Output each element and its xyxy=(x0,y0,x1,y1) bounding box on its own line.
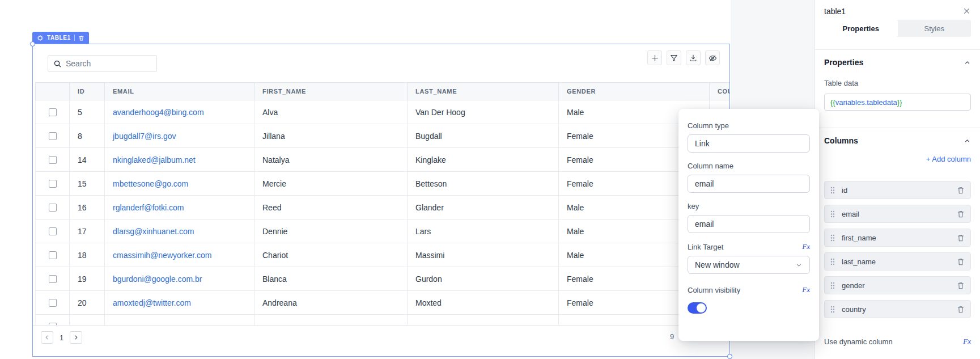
header-id[interactable]: ID xyxy=(70,83,105,100)
cell-email-link[interactable]: jbugdall7@irs.gov xyxy=(113,132,176,141)
columns-section-header[interactable]: Columns xyxy=(824,136,971,145)
key-input[interactable]: email xyxy=(688,215,810,233)
row-checkbox[interactable] xyxy=(49,275,57,283)
chevron-up-icon[interactable] xyxy=(964,59,971,66)
table-data-label: Table data xyxy=(824,79,971,87)
row-checkbox[interactable] xyxy=(49,251,57,259)
trash-icon[interactable] xyxy=(957,257,965,266)
table-row[interactable]: 19 bgurdoni@google.com.br Blanca Gurdon … xyxy=(35,267,729,291)
table-search-box[interactable] xyxy=(48,55,157,72)
trash-icon[interactable] xyxy=(957,186,965,195)
table-widget[interactable]: TABLE1 xyxy=(32,44,730,357)
header-gender[interactable]: GENDER xyxy=(559,83,710,100)
fx-toggle-link-target[interactable]: Fx xyxy=(802,242,810,251)
cell-first-name: Natalya xyxy=(254,148,408,171)
trash-icon[interactable] xyxy=(957,281,965,290)
column-type-input[interactable]: Link xyxy=(688,134,810,153)
table-body: 5 avanderhoog4@bing.com Alva Van Der Hoo… xyxy=(35,100,729,315)
tab-properties[interactable]: Properties xyxy=(824,20,898,37)
drag-handle-icon[interactable] xyxy=(830,258,835,265)
properties-section-header[interactable]: Properties xyxy=(824,58,971,67)
link-target-value: New window xyxy=(695,260,740,269)
table-footer: 1 9 xyxy=(33,325,729,356)
header-last-name[interactable]: LAST_NAME xyxy=(408,83,559,100)
header-email[interactable]: EMAIL xyxy=(105,83,254,100)
close-icon[interactable] xyxy=(962,7,971,15)
sidebar-column-label: id xyxy=(842,186,957,195)
column-visibility-toggle[interactable] xyxy=(688,302,707,314)
header-country[interactable]: COUNTRY xyxy=(710,83,729,100)
search-input[interactable] xyxy=(66,59,151,68)
delete-widget-icon[interactable] xyxy=(78,35,84,41)
resize-handle-top-left[interactable] xyxy=(30,41,35,47)
fx-toggle-column-visibility[interactable]: Fx xyxy=(802,285,810,294)
cell-last-name: Bugdall xyxy=(408,124,559,147)
sidebar-column-item[interactable]: email xyxy=(824,205,971,223)
gear-icon[interactable] xyxy=(37,35,44,41)
row-checkbox[interactable] xyxy=(49,156,57,164)
table-row[interactable]: 15 mbettesone@go.com Mercie Betteson Fem… xyxy=(35,172,729,196)
table-row[interactable]: 16 rglanderf@fotki.com Reed Glander Male xyxy=(35,196,729,219)
resize-handle-bottom-right[interactable] xyxy=(727,354,732,359)
cell-last-name: Gurdon xyxy=(408,267,559,290)
link-target-select[interactable]: New window xyxy=(688,256,810,274)
sidebar-column-item[interactable]: country xyxy=(824,300,971,318)
table-row[interactable]: 14 nkinglaked@jalbum.net Natalya Kinglak… xyxy=(35,148,729,172)
add-row-button[interactable] xyxy=(647,50,662,65)
table-row[interactable]: 8 jbugdall7@irs.gov Jillana Bugdall Fema… xyxy=(35,124,729,148)
fx-toggle-dynamic-column[interactable]: Fx xyxy=(963,337,971,346)
add-column-button[interactable]: + Add column xyxy=(926,155,971,163)
table-toolbar-row xyxy=(33,44,729,82)
cell-email-link[interactable]: dlarsg@xinhuanet.com xyxy=(113,227,194,236)
row-checkbox[interactable] xyxy=(49,227,57,235)
cell-email-link[interactable]: mbettesone@go.com xyxy=(113,179,188,188)
table-row[interactable]: 18 cmassimih@newyorker.com Chariot Massi… xyxy=(35,243,729,267)
columns-section-title: Columns xyxy=(824,136,858,145)
header-first-name[interactable]: FIRST_NAME xyxy=(254,83,408,100)
sidebar-column-item[interactable]: gender xyxy=(824,276,971,294)
cell-email-link[interactable]: nkinglaked@jalbum.net xyxy=(113,155,196,164)
header-checkbox-cell[interactable] xyxy=(36,83,70,100)
tab-styles[interactable]: Styles xyxy=(898,20,971,37)
cell-email-link[interactable]: amoxtedj@twitter.com xyxy=(113,298,191,307)
trash-icon[interactable] xyxy=(957,305,965,314)
sidebar-column-item[interactable]: last_name xyxy=(824,252,971,271)
row-checkbox[interactable] xyxy=(49,132,57,140)
cell-email-link[interactable]: avanderhoog4@bing.com xyxy=(113,108,204,117)
drag-handle-icon[interactable] xyxy=(830,210,835,218)
row-checkbox[interactable] xyxy=(49,180,57,188)
table-row[interactable]: 5 avanderhoog4@bing.com Alva Van Der Hoo… xyxy=(35,100,729,124)
trash-icon[interactable] xyxy=(957,234,965,242)
drag-handle-icon[interactable] xyxy=(830,306,835,313)
row-checkbox[interactable] xyxy=(49,299,57,307)
chevron-up-icon[interactable] xyxy=(964,137,971,145)
cell-id: 19 xyxy=(70,267,105,290)
drag-handle-icon[interactable] xyxy=(830,234,835,242)
drag-handle-icon[interactable] xyxy=(830,187,835,194)
cell-email-link[interactable]: rglanderf@fotki.com xyxy=(113,203,184,212)
table-row[interactable]: 20 amoxtedj@twitter.com Andreana Moxted … xyxy=(35,291,729,315)
cell-first-name: Jillana xyxy=(254,124,408,147)
pagination-next-button[interactable] xyxy=(70,331,82,344)
table-row[interactable]: 17 dlarsg@xinhuanet.com Dennie Lars Male xyxy=(35,219,729,243)
row-checkbox[interactable] xyxy=(49,108,57,116)
trash-icon[interactable] xyxy=(957,210,965,218)
pagination-prev-button[interactable] xyxy=(41,331,53,344)
row-checkbox[interactable] xyxy=(49,204,57,212)
column-name-input[interactable]: email xyxy=(688,175,810,193)
sidebar-column-label: country xyxy=(842,305,957,314)
sidebar-column-item[interactable]: first_name xyxy=(824,229,971,247)
table-data-input[interactable]: {{variables.tabledata}} xyxy=(824,94,971,111)
download-button[interactable] xyxy=(686,50,701,65)
drag-handle-icon[interactable] xyxy=(830,282,835,289)
filter-button[interactable] xyxy=(667,50,681,65)
cell-email-link[interactable]: bgurdoni@google.com.br xyxy=(113,274,202,284)
column-type-label: Column type xyxy=(688,121,810,130)
sidebar-column-item[interactable]: id xyxy=(824,181,971,199)
sidebar-columns-list: id email f xyxy=(824,181,971,318)
widget-name-badge[interactable]: TABLE1 xyxy=(32,32,89,44)
hidden-columns-button[interactable] xyxy=(705,50,720,65)
cell-first-name: Andreana xyxy=(254,291,408,314)
key-value: email xyxy=(695,219,714,229)
cell-email-link[interactable]: cmassimih@newyorker.com xyxy=(113,251,211,260)
